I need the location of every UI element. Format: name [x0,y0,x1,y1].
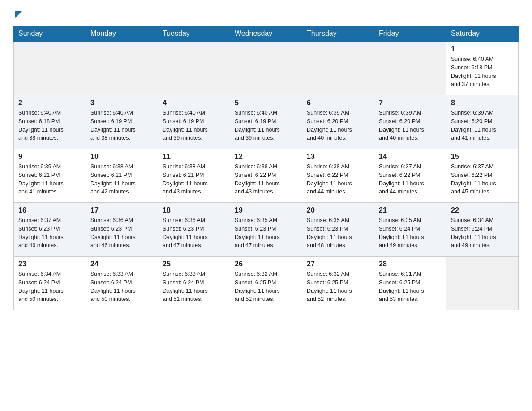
day-number: 8 [451,99,514,107]
day-number: 25 [163,260,225,268]
calendar-cell: 26Sunrise: 6:32 AM Sunset: 6:25 PM Dayli… [230,257,302,310]
calendar-cell [302,42,374,95]
day-info: Sunrise: 6:32 AM Sunset: 6:25 PM Dayligh… [235,270,297,304]
day-info: Sunrise: 6:37 AM Sunset: 6:23 PM Dayligh… [18,216,81,250]
calendar-weekday-header: Thursday [302,26,374,42]
calendar-cell: 15Sunrise: 6:37 AM Sunset: 6:22 PM Dayli… [446,149,519,203]
logo-arrow-icon [15,11,22,18]
calendar-cell: 9Sunrise: 6:39 AM Sunset: 6:21 PM Daylig… [14,149,86,203]
day-number: 14 [379,153,442,161]
page-header [13,9,519,17]
day-info: Sunrise: 6:35 AM Sunset: 6:23 PM Dayligh… [235,216,297,250]
day-number: 16 [18,206,81,214]
day-info: Sunrise: 6:31 AM Sunset: 6:25 PM Dayligh… [379,270,442,304]
day-number: 24 [90,260,153,268]
calendar-cell: 21Sunrise: 6:35 AM Sunset: 6:24 PM Dayli… [374,203,446,257]
calendar-cell: 2Sunrise: 6:40 AM Sunset: 6:18 PM Daylig… [14,95,86,149]
day-number: 19 [235,206,297,214]
day-number: 13 [307,153,369,161]
calendar-cell: 5Sunrise: 6:40 AM Sunset: 6:19 PM Daylig… [230,95,302,149]
calendar-week-row: 9Sunrise: 6:39 AM Sunset: 6:21 PM Daylig… [14,149,519,203]
day-number: 21 [379,206,442,214]
day-info: Sunrise: 6:40 AM Sunset: 6:19 PM Dayligh… [90,109,153,142]
day-info: Sunrise: 6:33 AM Sunset: 6:24 PM Dayligh… [90,270,153,304]
day-number: 27 [307,260,369,268]
calendar-cell [446,257,519,310]
day-number: 28 [379,260,442,268]
calendar-week-row: 2Sunrise: 6:40 AM Sunset: 6:18 PM Daylig… [14,95,519,149]
day-number: 3 [90,99,153,107]
day-number: 10 [90,153,153,161]
day-number: 11 [163,153,225,161]
calendar-cell [86,42,158,95]
calendar-cell: 1Sunrise: 6:40 AM Sunset: 6:18 PM Daylig… [446,42,519,95]
calendar-cell: 6Sunrise: 6:39 AM Sunset: 6:20 PM Daylig… [302,95,374,149]
day-info: Sunrise: 6:39 AM Sunset: 6:21 PM Dayligh… [18,163,81,196]
calendar-weekday-header: Saturday [446,26,519,42]
day-number: 18 [163,206,225,214]
day-number: 15 [451,153,514,161]
day-info: Sunrise: 6:34 AM Sunset: 6:24 PM Dayligh… [451,216,514,250]
calendar-cell: 12Sunrise: 6:38 AM Sunset: 6:22 PM Dayli… [230,149,302,203]
day-info: Sunrise: 6:37 AM Sunset: 6:22 PM Dayligh… [379,163,442,196]
calendar-week-row: 23Sunrise: 6:34 AM Sunset: 6:24 PM Dayli… [14,257,519,310]
calendar-cell: 19Sunrise: 6:35 AM Sunset: 6:23 PM Dayli… [230,203,302,257]
calendar-cell: 3Sunrise: 6:40 AM Sunset: 6:19 PM Daylig… [86,95,158,149]
day-info: Sunrise: 6:40 AM Sunset: 6:19 PM Dayligh… [235,109,297,142]
calendar-cell: 7Sunrise: 6:39 AM Sunset: 6:20 PM Daylig… [374,95,446,149]
calendar-cell: 8Sunrise: 6:39 AM Sunset: 6:20 PM Daylig… [446,95,519,149]
day-info: Sunrise: 6:39 AM Sunset: 6:20 PM Dayligh… [451,109,514,142]
day-info: Sunrise: 6:38 AM Sunset: 6:21 PM Dayligh… [90,163,153,196]
day-number: 2 [18,99,81,107]
day-info: Sunrise: 6:37 AM Sunset: 6:22 PM Dayligh… [451,163,514,196]
day-info: Sunrise: 6:38 AM Sunset: 6:21 PM Dayligh… [163,163,225,196]
day-number: 5 [235,99,297,107]
day-number: 23 [18,260,81,268]
day-info: Sunrise: 6:36 AM Sunset: 6:23 PM Dayligh… [163,216,225,250]
calendar-cell: 17Sunrise: 6:36 AM Sunset: 6:23 PM Dayli… [86,203,158,257]
calendar-cell [374,42,446,95]
day-number: 9 [18,153,81,161]
calendar-cell: 16Sunrise: 6:37 AM Sunset: 6:23 PM Dayli… [14,203,86,257]
calendar-cell: 14Sunrise: 6:37 AM Sunset: 6:22 PM Dayli… [374,149,446,203]
day-number: 4 [163,99,225,107]
day-number: 7 [379,99,442,107]
day-info: Sunrise: 6:38 AM Sunset: 6:22 PM Dayligh… [235,163,297,196]
calendar-header-row: SundayMondayTuesdayWednesdayThursdayFrid… [14,26,519,42]
day-number: 1 [451,45,514,53]
day-number: 20 [307,206,369,214]
calendar-weekday-header: Tuesday [158,26,230,42]
day-info: Sunrise: 6:32 AM Sunset: 6:25 PM Dayligh… [307,270,369,304]
calendar-cell: 22Sunrise: 6:34 AM Sunset: 6:24 PM Dayli… [446,203,519,257]
calendar-weekday-header: Wednesday [230,26,302,42]
day-info: Sunrise: 6:40 AM Sunset: 6:18 PM Dayligh… [451,55,514,89]
day-number: 6 [307,99,369,107]
calendar-cell [14,42,86,95]
day-info: Sunrise: 6:35 AM Sunset: 6:24 PM Dayligh… [379,216,442,250]
day-info: Sunrise: 6:34 AM Sunset: 6:24 PM Dayligh… [18,270,81,304]
calendar-week-row: 1Sunrise: 6:40 AM Sunset: 6:18 PM Daylig… [14,42,519,95]
calendar-cell: 18Sunrise: 6:36 AM Sunset: 6:23 PM Dayli… [158,203,230,257]
calendar-cell: 28Sunrise: 6:31 AM Sunset: 6:25 PM Dayli… [374,257,446,310]
day-info: Sunrise: 6:33 AM Sunset: 6:24 PM Dayligh… [163,270,225,304]
logo [13,9,22,17]
calendar-cell: 20Sunrise: 6:35 AM Sunset: 6:23 PM Dayli… [302,203,374,257]
calendar-cell: 10Sunrise: 6:38 AM Sunset: 6:21 PM Dayli… [86,149,158,203]
calendar-cell: 23Sunrise: 6:34 AM Sunset: 6:24 PM Dayli… [14,257,86,310]
day-number: 26 [235,260,297,268]
calendar-cell: 25Sunrise: 6:33 AM Sunset: 6:24 PM Dayli… [158,257,230,310]
calendar-week-row: 16Sunrise: 6:37 AM Sunset: 6:23 PM Dayli… [14,203,519,257]
day-number: 12 [235,153,297,161]
calendar-cell: 4Sunrise: 6:40 AM Sunset: 6:19 PM Daylig… [158,95,230,149]
calendar-weekday-header: Sunday [14,26,86,42]
calendar-cell: 27Sunrise: 6:32 AM Sunset: 6:25 PM Dayli… [302,257,374,310]
day-info: Sunrise: 6:36 AM Sunset: 6:23 PM Dayligh… [90,216,153,250]
day-info: Sunrise: 6:35 AM Sunset: 6:23 PM Dayligh… [307,216,369,250]
day-info: Sunrise: 6:40 AM Sunset: 6:18 PM Dayligh… [18,109,81,142]
day-info: Sunrise: 6:38 AM Sunset: 6:22 PM Dayligh… [307,163,369,196]
calendar-weekday-header: Friday [374,26,446,42]
day-number: 22 [451,206,514,214]
day-info: Sunrise: 6:39 AM Sunset: 6:20 PM Dayligh… [379,109,442,142]
calendar-cell: 11Sunrise: 6:38 AM Sunset: 6:21 PM Dayli… [158,149,230,203]
calendar-cell [158,42,230,95]
